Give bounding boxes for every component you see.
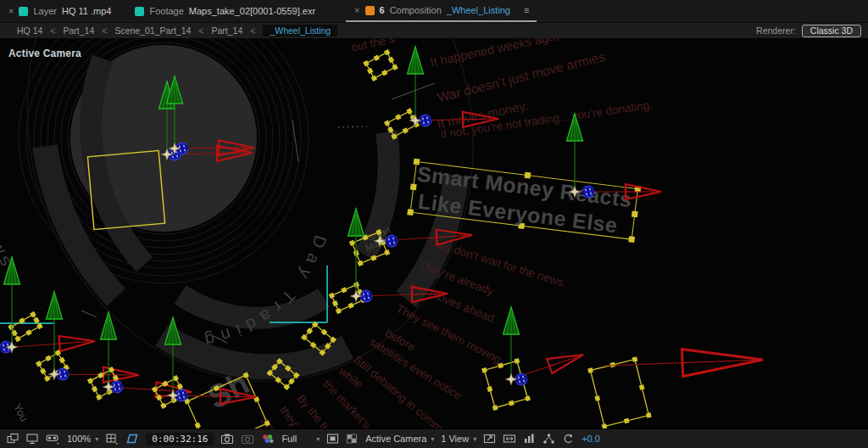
close-icon[interactable]: ×: [354, 5, 359, 15]
reset-exposure-icon[interactable]: [562, 433, 575, 445]
breadcrumb-item[interactable]: Scene_01_Part_14: [114, 25, 191, 36]
flowchart-icon[interactable]: [542, 433, 555, 445]
renderer-button[interactable]: Classic 3D: [802, 25, 861, 37]
ghost-text: S: [0, 253, 13, 269]
stereo-3d-icon[interactable]: [46, 433, 60, 445]
magnification-dropdown[interactable]: 100% ▾: [67, 434, 98, 444]
breadcrumb-separator: <: [198, 25, 203, 36]
tab-layer[interactable]: × Layer HQ 11 .mp4: [0, 0, 120, 22]
mask-visibility-icon[interactable]: [125, 433, 139, 445]
panel-tab-bar: × Layer HQ 11 .mp4 Footage Maps_take_02[…: [0, 0, 868, 23]
current-time-field[interactable]: 0:00:32:16: [146, 433, 214, 445]
composition-viewport[interactable]: Day Trading out the sIt happened weeks a…: [0, 38, 868, 428]
ghost-text: sig: [259, 414, 277, 428]
footage-color-swatch-icon: [135, 7, 144, 16]
tab-footage[interactable]: Footage Maps_take_02[0001-0559].exr: [126, 0, 324, 22]
ghost-text: Sh: [202, 365, 255, 417]
breadcrumb-separator: <: [102, 25, 107, 36]
breadcrumb-item[interactable]: Part_14: [211, 25, 242, 36]
chevron-down-icon: ▾: [431, 435, 434, 443]
3d-view-dropdown[interactable]: Active Camera ▾: [365, 434, 434, 444]
magnification-value: 100%: [67, 434, 91, 444]
tab-doc-name: HQ 11 .mp4: [62, 6, 112, 16]
region-of-interest-icon[interactable]: [326, 433, 339, 445]
resolution-value: Full: [281, 434, 297, 444]
selection-handle[interactable]: [635, 186, 642, 193]
chevron-down-icon: ▾: [95, 435, 98, 443]
breadcrumb-separator: <: [50, 25, 55, 36]
channels-icon[interactable]: [261, 433, 275, 445]
scene-text-layer: out the sIt happened weeks ago,War doesn…: [0, 38, 868, 428]
always-preview-icon[interactable]: [7, 433, 19, 445]
panel-menu-icon[interactable]: ≡: [524, 5, 528, 15]
pixel-aspect-icon[interactable]: [503, 433, 516, 445]
view-layout-dropdown[interactable]: 1 View ▾: [441, 434, 476, 444]
close-icon[interactable]: ×: [8, 6, 14, 16]
selection-handle[interactable]: [632, 210, 638, 217]
show-snapshot-icon[interactable]: [241, 433, 254, 445]
snapshot-icon[interactable]: [220, 433, 234, 445]
after-effects-window: × Layer HQ 11 .mp4 Footage Maps_take_02[…: [0, 0, 868, 448]
3d-view-value: Active Camera: [365, 434, 426, 444]
view-layout-value: 1 View: [441, 434, 469, 444]
renderer-control: Renderer: Classic 3D: [756, 23, 861, 38]
resolution-dropdown[interactable]: Full ▾: [281, 434, 320, 444]
ghost-text: You: [11, 401, 31, 423]
breadcrumb-item[interactable]: HQ 14: [17, 25, 42, 36]
main-viewer-icon[interactable]: [26, 433, 39, 445]
grid-guides-icon[interactable]: [105, 433, 119, 445]
share-view-icon[interactable]: [483, 433, 496, 445]
comp-badge: 6: [380, 5, 385, 15]
layer-color-swatch-icon: [19, 7, 28, 16]
chevron-down-icon: ▾: [316, 435, 320, 443]
tab-type-label: Layer: [33, 6, 57, 16]
tab-type-label: Composition: [390, 5, 442, 15]
ghost-text: out the s: [350, 38, 396, 54]
breadcrumb-item-active[interactable]: _Wheel_Listing: [263, 25, 337, 36]
breadcrumb: HQ 14 < Part_14 < Scene_01_Part_14 < Par…: [17, 25, 337, 36]
tab-composition[interactable]: × 6 Composition _Wheel_Listing ≡: [346, 0, 537, 22]
fast-previews-icon[interactable]: [523, 433, 536, 445]
viewer-toolbar: 100% ▾ 0:00:32:16 Full ▾ A: [0, 428, 868, 448]
exposure-value[interactable]: +0.0: [581, 434, 600, 444]
chevron-down-icon: ▾: [473, 435, 476, 443]
tab-doc-name: _Wheel_Listing: [447, 5, 510, 15]
selection-handle[interactable]: [628, 236, 635, 243]
transparency-grid-icon[interactable]: [346, 433, 359, 445]
ghost-text: satellites even notice.: [367, 335, 466, 404]
breadcrumb-separator: <: [250, 25, 255, 36]
tab-type-label: Footage: [149, 6, 183, 16]
active-camera-label: Active Camera: [8, 48, 81, 59]
composition-navigator: HQ 14 < Part_14 < Scene_01_Part_14 < Par…: [0, 23, 868, 38]
breadcrumb-item[interactable]: Part_14: [64, 25, 95, 36]
tab-doc-name: Maps_take_02[0001-0559].exr: [189, 6, 315, 16]
ghost-text: they’: [277, 404, 302, 428]
renderer-label: Renderer:: [756, 25, 796, 36]
comp-color-swatch-icon: [365, 6, 375, 15]
